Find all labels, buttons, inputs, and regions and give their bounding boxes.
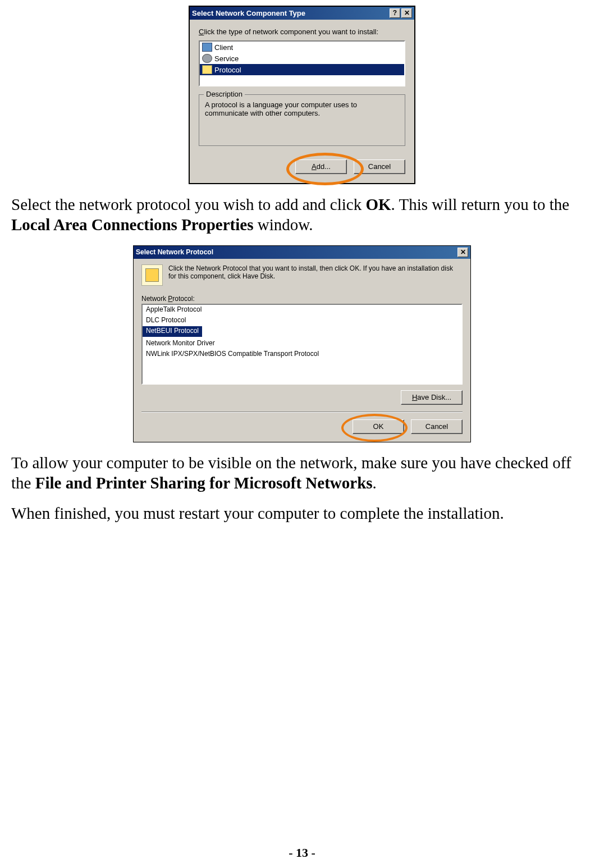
protocol-wizard-icon [141, 264, 163, 286]
list-item-service[interactable]: Service [200, 53, 404, 64]
list-item[interactable]: Network Monitor Driver [143, 339, 461, 349]
cancel-button[interactable]: Cancel [411, 419, 463, 434]
description-text: A protocol is a language your computer u… [205, 100, 399, 117]
add-button[interactable]: Add... [295, 159, 347, 174]
list-item[interactable]: AppleTalk Protocol [143, 305, 461, 316]
have-disk-button[interactable]: Have Disk... [401, 390, 463, 405]
protocol-icon [202, 65, 212, 74]
protocol-list[interactable]: AppleTalk Protocol DLC Protocol NetBEUI … [141, 304, 463, 385]
dialog1-title: Select Network Component Type [192, 9, 305, 17]
page-number: - 13 - [0, 846, 604, 860]
instruction-paragraph-1: Select the network protocol you wish to … [11, 194, 593, 235]
select-component-type-dialog: Select Network Component Type ? ✕ Click … [189, 6, 415, 184]
select-network-protocol-dialog: Select Network Protocol ✕ Click the Netw… [133, 245, 471, 442]
separator [141, 412, 463, 413]
dialog2-intro: Click the Network Protocol that you want… [168, 264, 463, 280]
close-button[interactable]: ✕ [401, 8, 412, 18]
close-button[interactable]: ✕ [457, 248, 468, 257]
help-button[interactable]: ? [390, 8, 400, 18]
list-item[interactable]: NWLink IPX/SPX/NetBIOS Compatible Transp… [143, 349, 461, 360]
list-item-protocol[interactable]: Protocol [200, 64, 404, 75]
dialog1-titlebar[interactable]: Select Network Component Type ? ✕ [190, 7, 414, 20]
protocol-list-label: Network Protocol: [141, 295, 463, 303]
service-icon [202, 54, 212, 63]
instruction-paragraph-3: When finished, you must restart your com… [11, 503, 593, 523]
component-type-list[interactable]: Client Service Protocol [199, 40, 405, 86]
dialog2-titlebar[interactable]: Select Network Protocol ✕ [134, 246, 470, 259]
dialog2-title: Select Network Protocol [136, 248, 213, 256]
client-icon [202, 43, 212, 52]
instruction-paragraph-2: To allow your computer to be visible on … [11, 453, 593, 494]
cancel-button[interactable]: Cancel [354, 159, 405, 174]
list-item-selected[interactable]: NetBEUI Protocol [143, 326, 202, 337]
list-item-client[interactable]: Client [200, 42, 404, 53]
dialog1-prompt: Click the type of network component you … [199, 28, 405, 36]
description-legend: Description [204, 90, 245, 98]
description-group: Description A protocol is a language you… [199, 94, 405, 146]
list-item[interactable]: DLC Protocol [143, 316, 461, 326]
ok-button[interactable]: OK [353, 419, 404, 434]
